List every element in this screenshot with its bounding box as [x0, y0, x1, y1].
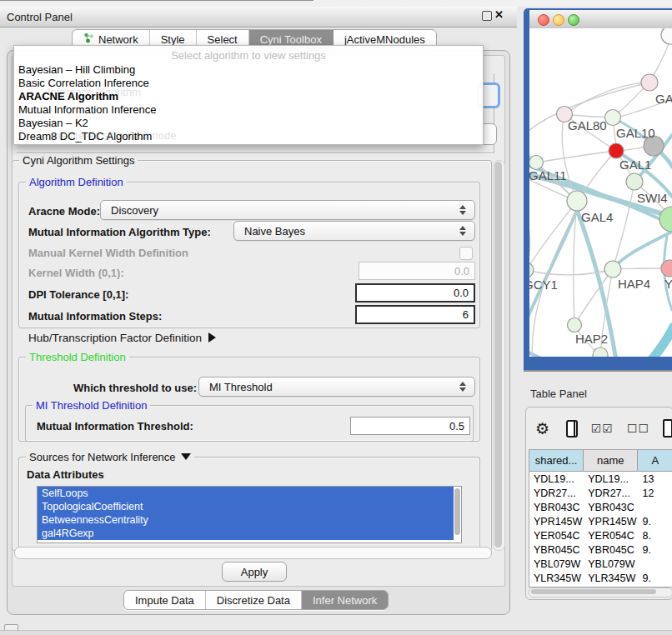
table-cell[interactable]: YBR045C: [529, 542, 584, 557]
node-table[interactable]: shared...nameA YDL19...YDL19...13YDR27..…: [529, 449, 672, 588]
network-edge[interactable]: [613, 182, 634, 269]
table-cell[interactable]: YPR145W: [584, 514, 638, 528]
table-row[interactable]: YBL079WYBL079W: [529, 557, 672, 571]
table-row[interactable]: YBR043CYBR043C: [529, 500, 672, 514]
sources-title[interactable]: Sources for Network Inference: [26, 451, 194, 463]
minimize-traffic-light-icon[interactable]: [553, 14, 564, 26]
table-row[interactable]: YDL19...YDL19...13: [529, 472, 672, 486]
table-cell[interactable]: 12: [639, 486, 672, 500]
table-cell[interactable]: YPR145W: [529, 514, 584, 528]
data-attribute-item[interactable]: gal4RGexp: [38, 527, 454, 540]
data-attribute-item[interactable]: SelfLoops: [38, 487, 454, 500]
table-cell[interactable]: YBL079W: [584, 557, 638, 571]
data-attributes-list[interactable]: SelfLoopsTopologicalCoefficientBetweenne…: [37, 486, 462, 543]
algorithm-option[interactable]: Bayesian – Hill Climbing: [18, 63, 479, 77]
aracne-mode-combo[interactable]: Discovery: [100, 200, 475, 220]
zoom-traffic-light-icon[interactable]: [568, 14, 579, 26]
mi-threshold-field[interactable]: 0.5: [350, 417, 470, 435]
list-scrollbar[interactable]: [454, 488, 460, 535]
network-node-swi4[interactable]: [659, 207, 672, 232]
network-edge[interactable]: [564, 82, 649, 114]
table-cell[interactable]: YER054C: [529, 528, 584, 542]
close-traffic-light-icon[interactable]: [538, 14, 549, 26]
column-header-name[interactable]: name: [584, 450, 638, 471]
column-header-A[interactable]: A: [638, 450, 672, 471]
table-cell[interactable]: [639, 557, 672, 571]
apply-button[interactable]: Apply: [222, 562, 287, 582]
network-canvas[interactable]: GALGAL80GAL10GAL1GAL11SWI4GAL4GCY1HAP4YH…: [529, 28, 672, 357]
algorithm-option[interactable]: Bayesian – K2: [18, 117, 479, 130]
network-edge[interactable]: [529, 210, 530, 270]
table-row[interactable]: YER054CYER054C8.: [529, 528, 672, 542]
mi-algorithm-type-combo[interactable]: Naive Bayes: [233, 221, 475, 241]
table-cell[interactable]: YLR345W: [529, 571, 584, 585]
data-attribute-item[interactable]: TopologicalCoefficient: [38, 500, 454, 513]
network-view-window[interactable]: GALGAL80GAL10GAL1GAL11SWI4GAL4GCY1HAP4YH…: [524, 8, 672, 370]
table-cell[interactable]: YBR043C: [584, 500, 638, 514]
which-threshold-combo[interactable]: MI Threshold: [198, 377, 475, 397]
mi-steps-field[interactable]: 6: [355, 305, 475, 324]
gear-icon[interactable]: ⚙: [535, 419, 549, 438]
table-cell[interactable]: 8.: [639, 528, 672, 542]
network-node-gal10[interactable]: [605, 110, 621, 126]
network-node[interactable]: [593, 348, 608, 357]
table-cell[interactable]: [639, 500, 672, 514]
algorithm-option[interactable]: ARACNE Algorithm: [18, 90, 479, 103]
table-cell[interactable]: YDL19...: [529, 472, 584, 486]
table-row[interactable]: YLR345WYLR345W9.: [529, 571, 672, 585]
algorithm-option[interactable]: Dream8 DC_TDC Algorithm: [18, 130, 479, 143]
network-edge[interactable]: [529, 350, 577, 357]
tab-infer-network[interactable]: Infer Network: [302, 591, 388, 609]
table-cell[interactable]: YDR27...: [584, 486, 638, 500]
column-header-shared[interactable]: shared...: [529, 450, 584, 471]
table-row[interactable]: YDR27...YDR27...12: [529, 486, 672, 500]
network-node-hap2[interactable]: [568, 318, 582, 332]
network-edge[interactable]: [536, 151, 616, 162]
float-window-icon[interactable]: [482, 11, 492, 21]
algorithm-option[interactable]: Basic Correlation Inference: [18, 77, 479, 90]
network-node-gal11[interactable]: [529, 156, 544, 170]
network-node-gal[interactable]: [641, 74, 658, 91]
tab-discretize-data[interactable]: Discretize Data: [206, 591, 302, 609]
network-node-hap4[interactable]: [604, 261, 621, 278]
network-edge[interactable]: [640, 327, 672, 357]
table-cell[interactable]: 9.: [639, 542, 672, 557]
checked-pair-icon[interactable]: ☑☑: [591, 422, 614, 435]
dpi-tolerance-field[interactable]: 0.0: [355, 283, 475, 302]
settings-vertical-scrollbar[interactable]: [493, 160, 505, 551]
table-cell[interactable]: YLR345W: [584, 571, 638, 585]
columns-icon[interactable]: [566, 420, 578, 438]
table-cell[interactable]: 13: [639, 472, 672, 486]
network-edge[interactable]: [529, 269, 613, 275]
sources-title-text: Sources for Network Inference: [29, 451, 176, 463]
network-graph[interactable]: GALGAL80GAL10GAL1GAL11SWI4GAL4GCY1HAP4YH…: [529, 28, 672, 357]
network-node-gal1[interactable]: [626, 173, 643, 190]
manual-kernel-width-checkbox[interactable]: [459, 247, 473, 260]
table-cell[interactable]: YDL19...: [584, 472, 638, 486]
network-window-titlebar[interactable]: [529, 10, 672, 29]
tab-impute-data[interactable]: Impute Data: [124, 591, 206, 609]
network-node-y[interactable]: [661, 260, 672, 277]
table-cell[interactable]: YBL079W: [529, 557, 584, 571]
table-row[interactable]: YBR045CYBR045C9.: [529, 542, 672, 557]
table-cell[interactable]: YBR045C: [584, 542, 638, 557]
table-horizontal-scrollbar[interactable]: [529, 588, 672, 598]
table-cell[interactable]: YDR27...: [529, 486, 584, 500]
close-icon[interactable]: ✕: [494, 8, 504, 21]
document-icon[interactable]: [663, 419, 672, 438]
data-attribute-item[interactable]: BetweennessCentrality: [38, 513, 454, 527]
network-node-gal4[interactable]: [567, 191, 587, 211]
table-cell[interactable]: 9.: [639, 571, 672, 585]
algorithm-option[interactable]: Mutual Information Inference: [18, 103, 479, 117]
table-cell[interactable]: YBR043C: [529, 500, 584, 514]
table-row[interactable]: YPR145WYPR145W9.: [529, 514, 672, 528]
hub-definition-toggle[interactable]: Hub/Transcription Factor Definition: [28, 332, 216, 344]
network-node[interactable]: [609, 143, 624, 158]
table-cell[interactable]: 9.: [639, 514, 672, 528]
network-node[interactable]: [661, 28, 672, 44]
unchecked-pair-icon[interactable]: ☐☐: [627, 422, 649, 435]
kernel-width-field[interactable]: 0.0: [359, 262, 475, 280]
settings-horizontal-scrollbar[interactable]: [14, 547, 492, 559]
table-cell[interactable]: YER054C: [584, 528, 638, 542]
network-node-gcy1[interactable]: [529, 262, 534, 278]
